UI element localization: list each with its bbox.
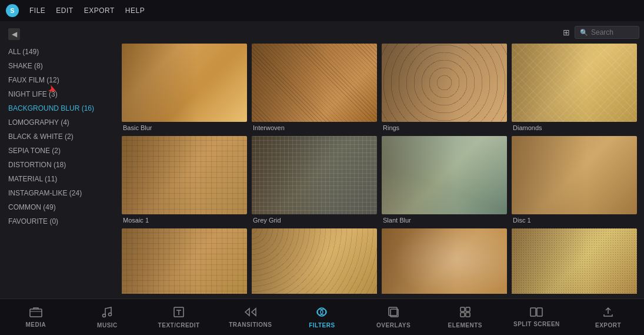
filter-label-0: Basic Blur bbox=[122, 124, 247, 131]
face-overlay-4 bbox=[122, 136, 247, 214]
face-overlay-7 bbox=[512, 136, 637, 214]
export-icon bbox=[602, 306, 614, 320]
split-icon bbox=[530, 307, 543, 319]
filter-thumb-2 bbox=[382, 44, 507, 122]
bottom-item-media[interactable]: MEDIA bbox=[9, 307, 62, 328]
sidebar-item-lomography[interactable]: LOMOGRAPHY (4) bbox=[0, 115, 115, 130]
filter-thumb-7 bbox=[512, 136, 637, 214]
filter-thumb-11 bbox=[512, 228, 637, 294]
content-header: ⊞ 🔍 bbox=[122, 26, 639, 39]
face-overlay-1 bbox=[252, 44, 377, 122]
filter-card-1[interactable]: Interwoven bbox=[252, 44, 377, 131]
sidebar-item-sepia-tone[interactable]: SEPIA TONE (2) bbox=[0, 144, 115, 158]
media-label: MEDIA bbox=[25, 321, 46, 328]
filter-thumb-10 bbox=[382, 228, 507, 294]
face-overlay-8 bbox=[122, 228, 247, 294]
export-label: EXPORT bbox=[595, 322, 621, 329]
bottom-item-elements[interactable]: ELEMENTS bbox=[439, 306, 492, 329]
filter-card-2[interactable]: Rings bbox=[382, 44, 507, 131]
elements-icon bbox=[459, 306, 471, 320]
sidebar-item-common[interactable]: COMMON (49) bbox=[0, 200, 115, 214]
sidebar-item-favourite[interactable]: FAVOURITE (0) bbox=[0, 214, 115, 228]
bottom-item-filters[interactable]: FILTERS bbox=[295, 306, 348, 329]
filter-card-8[interactable]: Mosaic 2 bbox=[122, 228, 247, 294]
sidebar-item-shake[interactable]: SHAKE (8) bbox=[0, 59, 115, 73]
sidebar-item-faux-film[interactable]: FAUX FILM (12) bbox=[0, 73, 115, 87]
sidebar: ◀ ALL (149)SHAKE (8)FAUX FILM (12)NIGHT … bbox=[0, 21, 115, 233]
text-icon bbox=[173, 306, 185, 320]
svg-rect-13 bbox=[530, 308, 536, 316]
filter-thumb-3 bbox=[512, 44, 637, 122]
face-overlay-2 bbox=[382, 44, 507, 122]
transitions-label: TRANSITIONS bbox=[229, 321, 272, 328]
grid-view-icon[interactable]: ⊞ bbox=[563, 28, 570, 37]
overlays-icon bbox=[388, 306, 399, 320]
menu-export[interactable]: EXPORT bbox=[84, 6, 115, 15]
svg-rect-12 bbox=[466, 313, 470, 317]
filters-icon bbox=[315, 306, 328, 320]
filter-label-7: Disc 1 bbox=[512, 217, 637, 224]
face-overlay-6 bbox=[382, 136, 507, 214]
music-label: MUSIC bbox=[97, 322, 118, 329]
sidebar-item-background-blur[interactable]: BACKGROUND BLUR (16) bbox=[0, 101, 115, 115]
filter-label-1: Interwoven bbox=[252, 124, 377, 131]
svg-rect-14 bbox=[537, 308, 542, 316]
sidebar-item-night-life[interactable]: NIGHT LIFE (3) bbox=[0, 87, 115, 101]
filter-card-6[interactable]: Slant Blur bbox=[382, 136, 507, 224]
filter-card-10[interactable]: Frosted bbox=[382, 228, 507, 294]
filter-label-6: Slant Blur bbox=[382, 217, 507, 224]
bottom-item-export[interactable]: EXPORT bbox=[582, 306, 635, 329]
search-input[interactable] bbox=[591, 28, 638, 37]
filter-label-4: Mosaic 1 bbox=[122, 217, 247, 224]
face-overlay-10 bbox=[382, 228, 507, 294]
bottom-item-overlays[interactable]: OVERLAYS bbox=[367, 306, 420, 329]
filter-label-3: Diamonds bbox=[512, 124, 637, 131]
sidebar-wrapper: ◀ ALL (149)SHAKE (8)FAUX FILM (12)NIGHT … bbox=[0, 21, 115, 298]
back-button[interactable]: ◀ bbox=[8, 28, 20, 40]
content-area: ⊞ 🔍 Basic BlurInterwovenRingsDiamondsMos… bbox=[115, 21, 644, 298]
filter-card-5[interactable]: Grey Grid bbox=[252, 136, 377, 224]
filter-thumb-5 bbox=[252, 136, 377, 214]
menu-file[interactable]: FILE bbox=[29, 6, 45, 15]
filters-label: FILTERS bbox=[309, 322, 335, 329]
filter-grid: Basic BlurInterwovenRingsDiamondsMosaic … bbox=[122, 44, 639, 294]
filter-card-9[interactable]: Scales bbox=[252, 228, 377, 294]
filter-thumb-8 bbox=[122, 228, 247, 294]
sidebar-items-container: ALL (149)SHAKE (8)FAUX FILM (12)NIGHT LI… bbox=[0, 45, 115, 228]
music-icon bbox=[102, 306, 112, 320]
filter-card-7[interactable]: Disc 1 bbox=[512, 136, 637, 224]
sidebar-item-black-white[interactable]: BLACK & WHITE (2) bbox=[0, 130, 115, 144]
app-logo: S bbox=[6, 4, 19, 17]
bottom-item-music[interactable]: MUSIC bbox=[81, 306, 134, 329]
bottom-item-transitions[interactable]: TRANSITIONS bbox=[224, 307, 277, 328]
filter-card-4[interactable]: Mosaic 1 bbox=[122, 136, 247, 224]
filter-card-0[interactable]: Basic Blur bbox=[122, 44, 247, 131]
svg-rect-11 bbox=[461, 313, 465, 317]
sidebar-item-instagram-like[interactable]: INSTAGRAM-LIKE (24) bbox=[0, 186, 115, 200]
bottom-item-split[interactable]: SPLIT SCREEN bbox=[510, 307, 563, 327]
filter-thumb-4 bbox=[122, 136, 247, 214]
transitions-icon bbox=[244, 307, 257, 319]
svg-point-1 bbox=[103, 314, 106, 317]
filter-card-3[interactable]: Diamonds bbox=[512, 44, 637, 131]
svg-point-2 bbox=[109, 313, 112, 316]
sidebar-item-all[interactable]: ALL (149) bbox=[0, 45, 115, 59]
filter-thumb-1 bbox=[252, 44, 377, 122]
filter-thumb-9 bbox=[252, 228, 377, 294]
sidebar-item-material[interactable]: MATERIAL (11) bbox=[0, 172, 115, 186]
menu-help[interactable]: HELP bbox=[125, 6, 145, 15]
filter-card-11[interactable]: Static bbox=[512, 228, 637, 294]
title-bar: S FILE EDIT EXPORT HELP bbox=[0, 0, 644, 21]
sidebar-top: ◀ bbox=[0, 26, 115, 45]
face-overlay-5 bbox=[252, 136, 377, 214]
bottom-item-text[interactable]: TEXT/CREDIT bbox=[152, 306, 205, 329]
search-icon: 🔍 bbox=[580, 29, 588, 37]
sidebar-item-distortion[interactable]: DISTORTION (18) bbox=[0, 158, 115, 172]
filter-label-2: Rings bbox=[382, 124, 507, 131]
svg-rect-9 bbox=[461, 307, 465, 311]
filter-label-5: Grey Grid bbox=[252, 217, 377, 224]
menu-edit[interactable]: EDIT bbox=[56, 6, 73, 15]
svg-rect-0 bbox=[30, 309, 42, 317]
media-icon bbox=[29, 307, 42, 319]
svg-rect-10 bbox=[466, 307, 470, 311]
